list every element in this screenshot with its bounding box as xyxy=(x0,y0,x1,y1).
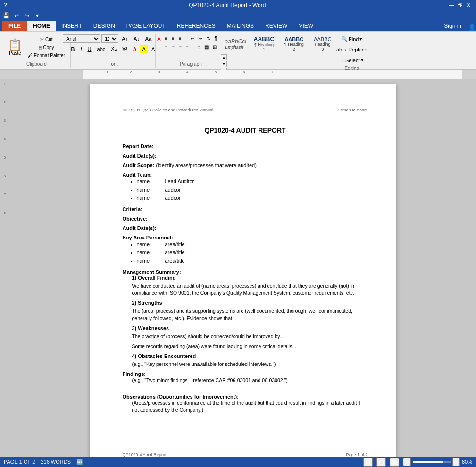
tab-references[interactable]: REFERENCES xyxy=(171,21,221,31)
user-icon[interactable]: 👤 xyxy=(468,24,476,31)
align-center-button[interactable]: ≡ xyxy=(170,43,177,51)
replace-button[interactable]: ab→ Replace xyxy=(333,45,371,54)
italic-button[interactable]: I xyxy=(78,45,84,53)
tab-review[interactable]: REVIEW xyxy=(259,21,293,31)
paragraph-label: Paragraph xyxy=(180,61,202,67)
style-emphasis[interactable]: aaBbCcl Emphasis xyxy=(221,37,249,51)
styles-scroll-down[interactable]: ▼ xyxy=(221,61,227,67)
paste-button[interactable]: 📋 Paste xyxy=(6,38,25,57)
findings-section: Findings: (e.g., "Two minor findings – r… xyxy=(123,371,368,384)
find-icon: 🔍 xyxy=(341,36,348,42)
style-heading2[interactable]: AABBC ¶ Heading 2 xyxy=(279,35,309,53)
strikethrough-button[interactable]: abc xyxy=(95,45,108,53)
web-view-button[interactable]: ▣ xyxy=(390,458,399,464)
paste-icon: 📋 xyxy=(8,39,22,51)
borders-button[interactable]: ⊞ xyxy=(211,43,218,51)
read-view-button[interactable]: ▢ xyxy=(376,458,386,464)
restore-button[interactable]: 🗗 xyxy=(456,1,464,9)
title-bar: ? QP1020-4 Audit Report - Word — 🗗 ✕ xyxy=(0,0,476,10)
print-layout-view-button[interactable]: ▤ xyxy=(363,458,373,464)
word-count: 216 WORDS xyxy=(41,459,71,464)
align-right-button[interactable]: ≡ xyxy=(177,43,184,51)
obstacles-heading: 4) Obstacles Encountered xyxy=(132,353,368,359)
font-size-select[interactable]: 12 xyxy=(101,34,118,43)
style-heading1[interactable]: AABBC ¶ Heading 1 xyxy=(250,34,279,53)
decrease-indent-button[interactable]: ⇤ xyxy=(189,35,196,42)
tab-view[interactable]: VIEW xyxy=(293,21,319,31)
key-personnel-section: Key Area Personnel: namearea/title namea… xyxy=(123,235,368,265)
shading-button[interactable]: ▦ xyxy=(202,43,210,51)
find-button[interactable]: 🔍 Find ▾ xyxy=(338,34,366,43)
subscript-button[interactable]: X₂ xyxy=(109,45,118,53)
audit-team-list: nameLead Auditor nameauditor nameauditor xyxy=(137,178,368,203)
status-bar-right: ▤ ▢ ▣ − + 80% xyxy=(363,458,472,464)
undo-quick-button[interactable]: ↩ xyxy=(12,11,21,20)
criteria-label: Criteria: xyxy=(123,206,142,212)
criteria-field: Criteria: xyxy=(123,206,368,212)
numbering-button[interactable]: ≡ xyxy=(170,35,176,42)
proofing-icon[interactable]: 🔤 xyxy=(76,459,83,464)
ribbon: FILE HOME INSERT DESIGN PAGE LAYOUT REFE… xyxy=(0,21,476,70)
audit-dates-field-1: Audit Date(s): xyxy=(123,153,368,159)
align-left-button[interactable]: ≡ xyxy=(163,43,170,51)
report-date-label: Report Date: xyxy=(123,144,154,149)
help-icon[interactable]: ? xyxy=(4,2,7,8)
quick-access-dropdown[interactable]: ▾ xyxy=(33,11,42,20)
select-icon: ⊹ xyxy=(340,57,344,63)
font-shrink-button[interactable]: A↓ xyxy=(131,35,142,42)
minimize-button[interactable]: — xyxy=(448,1,455,9)
clipboard-group: 📋 Paste ✂ Cut ⎘ Copy 🖌 Format Painter Cl… xyxy=(3,34,71,68)
sort-button[interactable]: ⇅ xyxy=(205,35,212,42)
tab-home[interactable]: HOME xyxy=(27,21,56,31)
line-spacing-button[interactable]: ↕ xyxy=(196,43,202,51)
sign-in-button[interactable]: Sign in xyxy=(439,21,466,31)
zoom-out-button[interactable]: − xyxy=(403,458,410,464)
close-button[interactable]: ✕ xyxy=(465,1,472,9)
text-color-button[interactable]: A xyxy=(131,45,139,53)
zoom-slider[interactable] xyxy=(413,461,451,463)
zoom-in-button[interactable]: + xyxy=(452,458,460,464)
report-date-field: Report Date: xyxy=(123,144,368,149)
audit-dates-label-2: Audit Date(s): xyxy=(123,225,157,231)
font-family-select[interactable]: Arial xyxy=(63,34,100,43)
multilevel-button[interactable]: ≡ xyxy=(177,35,184,42)
underline-button[interactable]: U xyxy=(85,45,94,53)
key-personnel-list: namearea/title namearea/title namearea/t… xyxy=(137,240,368,265)
paste-label: Paste xyxy=(9,51,21,56)
clipboard-sub-buttons: ✂ Cut ⎘ Copy 🖌 Format Painter xyxy=(25,36,67,59)
findings-text: (e.g., "Two minor findings – reference C… xyxy=(132,377,368,384)
tab-insert[interactable]: INSERT xyxy=(56,21,88,31)
weaknesses-text2: Some records regarding (area) were found… xyxy=(132,343,368,350)
redo-quick-button[interactable]: ↪ xyxy=(23,11,31,20)
font-group: Arial 12 A↑ A↓ Aa A B I U abc X₂ X² xyxy=(71,34,156,68)
tab-page-layout[interactable]: PAGE LAYOUT xyxy=(121,21,171,31)
page-footer: QP1020-4 Audit Report Page 1 of 2 xyxy=(123,450,368,457)
format-painter-button[interactable]: 🖌 Format Painter xyxy=(25,52,67,59)
paragraph-group: ≡ ≡ ≡ ⇤ ⇥ ⇅ ¶ ≡ ≡ ≡ ≡ ↕ ▦ ⊞ xyxy=(156,34,226,68)
select-dropdown-icon: ▾ xyxy=(361,57,364,63)
copy-button[interactable]: ⎘ Copy xyxy=(25,44,67,51)
justify-button[interactable]: ≡ xyxy=(184,43,191,51)
cut-button[interactable]: ✂ Cut xyxy=(25,36,67,43)
document-area[interactable]: ISO 9001 QMS Policies and Procedures Man… xyxy=(9,79,476,464)
clipboard-label: Clipboard xyxy=(26,61,47,67)
list-item: namearea/title xyxy=(137,240,368,249)
tab-design[interactable]: DESIGN xyxy=(88,21,121,31)
bullets-button[interactable]: ≡ xyxy=(163,35,169,42)
highlight-button[interactable]: A xyxy=(140,45,148,53)
show-marks-button[interactable]: ¶ xyxy=(213,35,219,42)
bold-button[interactable]: B xyxy=(69,45,77,53)
tab-file[interactable]: FILE xyxy=(2,21,27,31)
superscript-button[interactable]: X² xyxy=(120,45,130,53)
audit-dates-label-1: Audit Date(s): xyxy=(123,153,157,159)
header-right: Bizmanualz.com xyxy=(336,108,367,112)
font-grow-button[interactable]: A↑ xyxy=(119,35,130,42)
select-button[interactable]: ⊹ Select ▾ xyxy=(337,56,367,65)
increase-indent-button[interactable]: ⇥ xyxy=(197,35,204,42)
main-area: 1 2 3 4 5 6 7 8 ISO 9001 QMS Policies an… xyxy=(0,79,476,464)
save-quick-button[interactable]: 💾 xyxy=(2,11,10,20)
zoom-control: − + 80% xyxy=(403,458,472,464)
styles-scroll-up[interactable]: ▲ xyxy=(221,54,227,60)
tab-mailings[interactable]: MAILINGS xyxy=(221,21,259,31)
change-case-button[interactable]: Aa xyxy=(143,35,154,42)
